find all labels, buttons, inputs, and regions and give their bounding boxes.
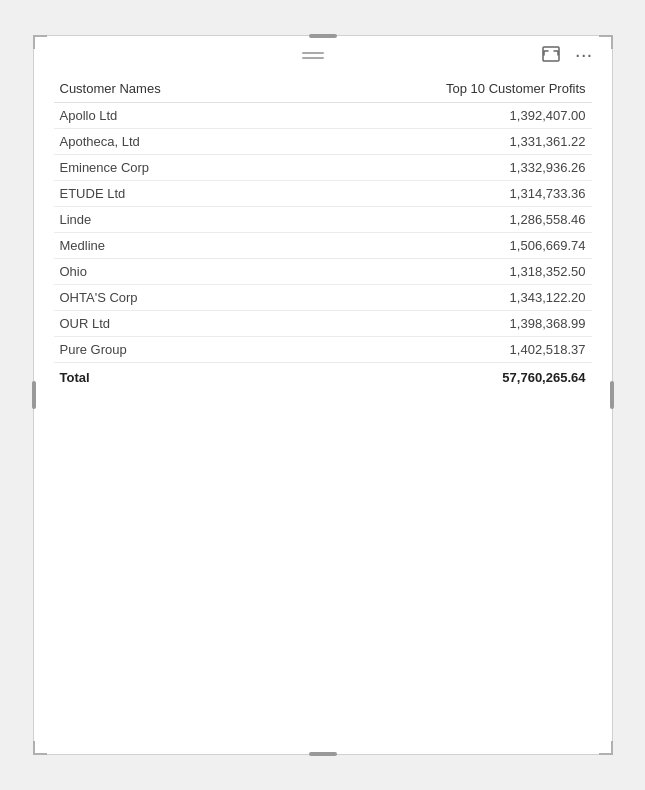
profit-cell: 1,318,352.50 bbox=[284, 259, 592, 285]
table-total-row: Total 57,760,265.64 bbox=[54, 363, 592, 390]
toolbar-right: ··· bbox=[538, 44, 598, 67]
table-row: ETUDE Ltd1,314,733.36 bbox=[54, 181, 592, 207]
col-customer-names: Customer Names bbox=[54, 77, 284, 103]
customer-name-cell: ETUDE Ltd bbox=[54, 181, 284, 207]
table-row: OHTA'S Corp1,343,122.20 bbox=[54, 285, 592, 311]
table-row: Ohio1,318,352.50 bbox=[54, 259, 592, 285]
profit-cell: 1,332,936.26 bbox=[284, 155, 592, 181]
more-button[interactable]: ··· bbox=[572, 46, 598, 66]
corner-br bbox=[599, 741, 613, 755]
table-container: Customer Names Top 10 Customer Profits A… bbox=[34, 73, 612, 754]
col-top-10-profits: Top 10 Customer Profits bbox=[284, 77, 592, 103]
table-row: Pure Group1,402,518.37 bbox=[54, 337, 592, 363]
customer-name-cell: Apotheca, Ltd bbox=[54, 129, 284, 155]
table-row: Apollo Ltd1,392,407.00 bbox=[54, 103, 592, 129]
handle-top[interactable] bbox=[309, 34, 337, 38]
customer-name-cell: OHTA'S Corp bbox=[54, 285, 284, 311]
table-row: OUR Ltd1,398,368.99 bbox=[54, 311, 592, 337]
svg-rect-0 bbox=[543, 47, 559, 61]
handle-right[interactable] bbox=[610, 381, 614, 409]
customer-name-cell: Pure Group bbox=[54, 337, 284, 363]
expand-icon bbox=[542, 46, 560, 62]
drag-handle[interactable] bbox=[302, 52, 324, 59]
profit-cell: 1,331,361.22 bbox=[284, 129, 592, 155]
handle-left[interactable] bbox=[32, 381, 36, 409]
table-header-row: Customer Names Top 10 Customer Profits bbox=[54, 77, 592, 103]
total-label: Total bbox=[54, 363, 284, 390]
table-row: Eminence Corp1,332,936.26 bbox=[54, 155, 592, 181]
table-row: Apotheca, Ltd1,331,361.22 bbox=[54, 129, 592, 155]
corner-tl bbox=[33, 35, 47, 49]
corner-tr bbox=[599, 35, 613, 49]
toolbar: ··· bbox=[34, 36, 612, 73]
profit-cell: 1,402,518.37 bbox=[284, 337, 592, 363]
expand-button[interactable] bbox=[538, 44, 564, 67]
customer-name-cell: Ohio bbox=[54, 259, 284, 285]
profit-cell: 1,343,122.20 bbox=[284, 285, 592, 311]
profit-cell: 1,392,407.00 bbox=[284, 103, 592, 129]
profit-cell: 1,286,558.46 bbox=[284, 207, 592, 233]
profit-cell: 1,314,733.36 bbox=[284, 181, 592, 207]
customer-name-cell: Linde bbox=[54, 207, 284, 233]
table-row: Linde1,286,558.46 bbox=[54, 207, 592, 233]
drag-handle-icon bbox=[302, 52, 324, 59]
profit-cell: 1,506,669.74 bbox=[284, 233, 592, 259]
customer-name-cell: Medline bbox=[54, 233, 284, 259]
customer-name-cell: Eminence Corp bbox=[54, 155, 284, 181]
corner-bl bbox=[33, 741, 47, 755]
handle-bottom[interactable] bbox=[309, 752, 337, 756]
profits-table: Customer Names Top 10 Customer Profits A… bbox=[54, 77, 592, 389]
widget-card: ··· Customer Names Top 10 Customer Profi… bbox=[33, 35, 613, 755]
profit-cell: 1,398,368.99 bbox=[284, 311, 592, 337]
table-row: Medline1,506,669.74 bbox=[54, 233, 592, 259]
customer-name-cell: OUR Ltd bbox=[54, 311, 284, 337]
customer-name-cell: Apollo Ltd bbox=[54, 103, 284, 129]
total-value: 57,760,265.64 bbox=[284, 363, 592, 390]
